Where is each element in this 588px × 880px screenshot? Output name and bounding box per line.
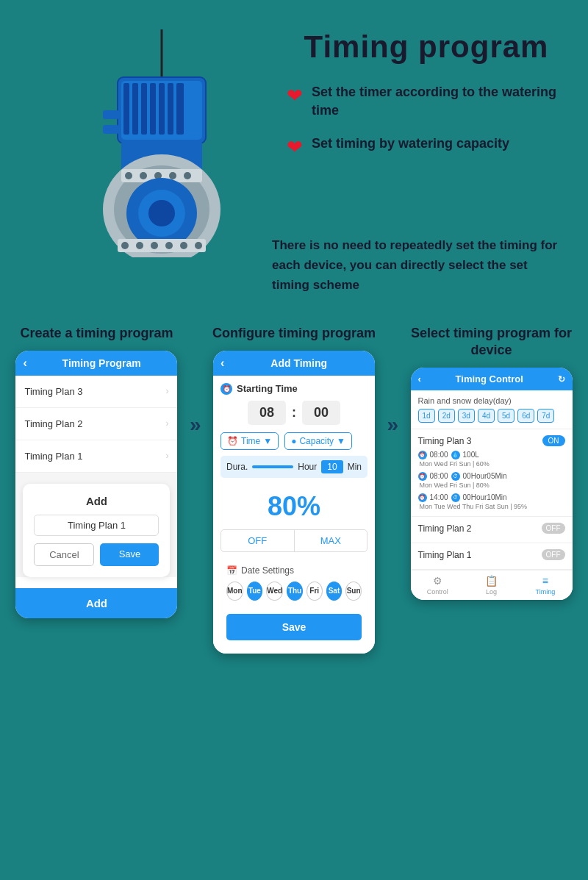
dura-val: 10 bbox=[321, 460, 343, 473]
plan3-val2: 00Hour05Min bbox=[463, 471, 507, 482]
delay-2d[interactable]: 2d bbox=[438, 409, 455, 423]
capacity-label: Capacity bbox=[299, 436, 334, 446]
day-mon[interactable]: Mon bbox=[226, 582, 243, 601]
timer-detail-icon: ⏱ bbox=[451, 472, 460, 481]
cancel-button[interactable]: Cancel bbox=[34, 543, 94, 566]
svg-rect-6 bbox=[150, 83, 156, 135]
plan3-time3: 14:00 bbox=[430, 492, 448, 503]
log-nav-icon: 📋 bbox=[485, 575, 498, 587]
time-mode-btn[interactable]: ⏰ Time ▼ bbox=[220, 432, 279, 450]
date-settings-text: Date Settings bbox=[241, 565, 294, 576]
product-image-area bbox=[22, 22, 272, 257]
plan3-item[interactable]: Timing Plan 3 › bbox=[15, 376, 177, 408]
phone2-save-button[interactable]: Save bbox=[226, 614, 362, 640]
svg-point-27 bbox=[151, 242, 158, 249]
clock-detail-icon-2: ⏰ bbox=[418, 472, 427, 481]
plan3-val3: 00Hour10Min bbox=[463, 492, 507, 503]
phone3-header: ‹ Timing Control ↻ bbox=[411, 368, 573, 390]
svg-point-17 bbox=[140, 172, 147, 179]
delay-buttons-row: 1d 2d 3d 4d 5d 6d 7d bbox=[418, 409, 565, 423]
phone3-column: Select timing program for device ‹ Timin… bbox=[406, 325, 577, 601]
timing-nav-icon: ≡ bbox=[542, 575, 548, 587]
plan3-detail-3: ⏰ 14:00 ⏱ 00Hour10Min bbox=[418, 492, 565, 503]
save-button[interactable]: Save bbox=[100, 543, 159, 566]
arrow1-section: » bbox=[190, 325, 201, 437]
plan1-chevron: › bbox=[165, 451, 168, 461]
delay-4d[interactable]: 4d bbox=[478, 409, 495, 423]
svg-point-28 bbox=[165, 242, 173, 249]
plan3-time1: 08:00 bbox=[430, 449, 448, 460]
day-wed[interactable]: Wed bbox=[266, 582, 283, 601]
svg-rect-3 bbox=[123, 83, 129, 135]
refresh-icon[interactable]: ↻ bbox=[558, 374, 565, 384]
rain-delay-label: Rain and snow delay(day) bbox=[418, 396, 565, 405]
phone2-frame: ‹ Add Timing ⏰ Starting Time 08 : 00 ⏰ bbox=[213, 351, 375, 654]
hour-box[interactable]: 08 bbox=[248, 401, 286, 425]
svg-point-29 bbox=[180, 242, 187, 249]
time-colon: : bbox=[292, 405, 296, 421]
delay-7d[interactable]: 7d bbox=[537, 409, 554, 423]
day-sat[interactable]: Sat bbox=[326, 582, 343, 601]
minute-box[interactable]: 00 bbox=[302, 401, 340, 425]
nav-timing[interactable]: ≡ Timing bbox=[518, 570, 572, 600]
svg-rect-7 bbox=[159, 83, 165, 135]
capacity-mode-btn[interactable]: ● Capacity ▼ bbox=[284, 432, 352, 450]
day-sun[interactable]: Sun bbox=[345, 582, 362, 601]
plan3-toggle[interactable]: ON bbox=[542, 435, 565, 446]
capacity-icon: ● bbox=[291, 436, 296, 446]
phone1-label: Create a timing program bbox=[20, 325, 173, 342]
day-tue[interactable]: Tue bbox=[247, 582, 263, 601]
phone1-body: Timing Plan 3 › Timing Plan 2 › Timing P… bbox=[15, 376, 177, 577]
nav-log[interactable]: 📋 Log bbox=[465, 570, 518, 600]
plan-name-input[interactable]: Timing Plan 1 bbox=[34, 515, 159, 536]
delay-1d[interactable]: 1d bbox=[418, 409, 435, 423]
delay-3d[interactable]: 3d bbox=[458, 409, 475, 423]
plan3-name: Timing Plan 3 bbox=[418, 436, 472, 446]
add-dialog-title: Add bbox=[34, 495, 159, 507]
plan1-header: Timing Plan 1 OFF bbox=[418, 549, 565, 560]
day-fri[interactable]: Fri bbox=[306, 582, 323, 601]
off-button[interactable]: OFF bbox=[221, 530, 295, 551]
svg-point-25 bbox=[121, 242, 129, 249]
nav-control[interactable]: ⚙ Control bbox=[411, 570, 465, 600]
plan3-detail-2: ⏰ 08:00 ⏱ 00Hour05Min bbox=[418, 471, 565, 482]
clock-icon: ⏰ bbox=[220, 383, 232, 395]
plan2-toggle[interactable]: OFF bbox=[542, 523, 565, 534]
plan1-name: Timing Plan 1 bbox=[418, 550, 472, 560]
control-nav-icon: ⚙ bbox=[433, 575, 442, 587]
calendar-icon: 📅 bbox=[226, 565, 237, 576]
plan3-days3: Mon Tue Wed Thu Fri Sat Sun | 95% bbox=[418, 503, 565, 510]
date-settings: 📅 Date Settings Mon Tue Wed Thu Fri Sat … bbox=[220, 559, 368, 614]
phone1-back-arrow[interactable]: ‹ bbox=[23, 357, 26, 370]
svg-point-26 bbox=[136, 242, 143, 249]
svg-point-30 bbox=[195, 242, 202, 249]
phone2-body: ⏰ Starting Time 08 : 00 ⏰ Time ▼ ● bbox=[213, 376, 375, 654]
phone2-header-title: Add Timing bbox=[230, 357, 368, 369]
max-button[interactable]: MAX bbox=[295, 530, 368, 551]
starting-time-text: Starting Time bbox=[237, 383, 298, 394]
right-content: Timing program ❤ Set the timer according… bbox=[272, 22, 566, 174]
page-title: Timing program bbox=[287, 29, 566, 65]
mode-select-row: ⏰ Time ▼ ● Capacity ▼ bbox=[220, 432, 368, 450]
time-dropdown-icon: ▼ bbox=[263, 436, 272, 446]
plan2-item[interactable]: Timing Plan 2 › bbox=[15, 408, 177, 440]
phone2-back-arrow[interactable]: ‹ bbox=[220, 357, 224, 370]
dura-bar bbox=[252, 465, 293, 468]
plan2-header: Timing Plan 2 OFF bbox=[418, 523, 565, 534]
svg-rect-4 bbox=[132, 83, 138, 135]
plan1-toggle[interactable]: OFF bbox=[542, 549, 565, 560]
delay-6d[interactable]: 6d bbox=[517, 409, 534, 423]
day-thu[interactable]: Thu bbox=[287, 582, 303, 601]
feature-text-2: Set timing by watering capacity bbox=[312, 135, 509, 153]
description-text: There is no need to repeatedly set the t… bbox=[272, 235, 566, 296]
delay-5d[interactable]: 5d bbox=[498, 409, 514, 423]
phone1-footer-add[interactable]: Add bbox=[15, 588, 177, 618]
feature-item-2: ❤ Set timing by watering capacity bbox=[287, 135, 566, 159]
phone3-frame: ‹ Timing Control ↻ Rain and snow delay(d… bbox=[411, 368, 573, 600]
phone2-label: Configure timing program bbox=[212, 325, 376, 342]
arrow2-icon: » bbox=[387, 413, 398, 437]
svg-point-23 bbox=[148, 200, 175, 226]
plan1-item[interactable]: Timing Plan 1 › bbox=[15, 440, 177, 473]
dura-min-label: Min bbox=[348, 462, 362, 472]
svg-point-20 bbox=[184, 172, 191, 179]
